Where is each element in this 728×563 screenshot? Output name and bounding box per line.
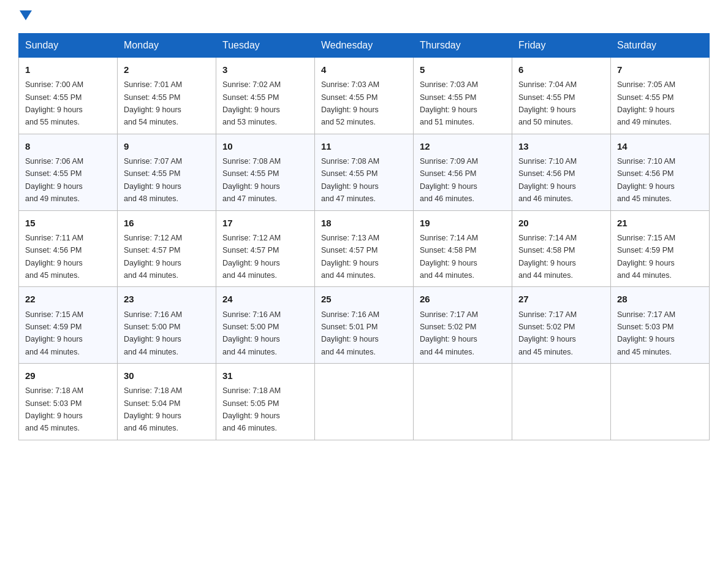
- day-info: Sunrise: 7:01 AMSunset: 4:55 PMDaylight:…: [124, 80, 182, 126]
- day-number: 23: [124, 292, 210, 306]
- day-info: Sunrise: 7:10 AMSunset: 4:56 PMDaylight:…: [617, 157, 675, 203]
- calendar-cell: 14 Sunrise: 7:10 AMSunset: 4:56 PMDaylig…: [611, 134, 710, 210]
- header-tuesday: Tuesday: [216, 34, 315, 58]
- day-number: 31: [222, 369, 308, 383]
- calendar-cell: 5 Sunrise: 7:03 AMSunset: 4:55 PMDayligh…: [414, 58, 512, 134]
- day-info: Sunrise: 7:09 AMSunset: 4:56 PMDaylight:…: [420, 157, 478, 203]
- day-info: Sunrise: 7:04 AMSunset: 4:55 PMDaylight:…: [518, 80, 577, 126]
- day-number: 4: [321, 63, 407, 77]
- day-number: 7: [617, 63, 703, 77]
- calendar-cell: 19 Sunrise: 7:14 AMSunset: 4:58 PMDaylig…: [414, 210, 512, 287]
- day-number: 21: [617, 216, 703, 230]
- page-header: [18, 12, 710, 22]
- calendar-cell: 27 Sunrise: 7:17 AMSunset: 5:02 PMDaylig…: [512, 287, 611, 364]
- calendar-cell: 17 Sunrise: 7:12 AMSunset: 4:57 PMDaylig…: [216, 210, 315, 287]
- day-number: 30: [124, 369, 210, 383]
- day-info: Sunrise: 7:00 AMSunset: 4:55 PMDaylight:…: [25, 80, 83, 126]
- day-info: Sunrise: 7:14 AMSunset: 4:58 PMDaylight:…: [518, 234, 577, 280]
- day-info: Sunrise: 7:13 AMSunset: 4:57 PMDaylight:…: [321, 234, 379, 280]
- day-number: 5: [420, 63, 506, 77]
- day-number: 11: [321, 139, 407, 153]
- day-info: Sunrise: 7:18 AMSunset: 5:04 PMDaylight:…: [124, 386, 182, 432]
- day-info: Sunrise: 7:16 AMSunset: 5:00 PMDaylight:…: [124, 310, 182, 356]
- calendar-week-row: 22 Sunrise: 7:15 AMSunset: 4:59 PMDaylig…: [19, 287, 710, 364]
- logo-triangle-icon: [20, 10, 32, 20]
- day-info: Sunrise: 7:16 AMSunset: 5:00 PMDaylight:…: [222, 310, 281, 356]
- calendar-cell: 3 Sunrise: 7:02 AMSunset: 4:55 PMDayligh…: [216, 58, 315, 134]
- header-friday: Friday: [512, 34, 611, 58]
- header-sunday: Sunday: [19, 34, 118, 58]
- day-number: 27: [518, 292, 604, 306]
- header-saturday: Saturday: [611, 34, 710, 58]
- calendar-cell: [315, 364, 414, 440]
- day-number: 17: [222, 216, 308, 230]
- day-number: 12: [420, 139, 506, 153]
- calendar-cell: 7 Sunrise: 7:05 AMSunset: 4:55 PMDayligh…: [611, 58, 710, 134]
- day-info: Sunrise: 7:02 AMSunset: 4:55 PMDaylight:…: [222, 80, 281, 126]
- calendar-cell: 4 Sunrise: 7:03 AMSunset: 4:55 PMDayligh…: [315, 58, 414, 134]
- day-info: Sunrise: 7:17 AMSunset: 5:02 PMDaylight:…: [518, 310, 577, 356]
- calendar-cell: [611, 364, 710, 440]
- day-number: 18: [321, 216, 407, 230]
- day-info: Sunrise: 7:12 AMSunset: 4:57 PMDaylight:…: [222, 234, 281, 280]
- calendar-cell: 25 Sunrise: 7:16 AMSunset: 5:01 PMDaylig…: [315, 287, 414, 364]
- day-number: 6: [518, 63, 604, 77]
- calendar-cell: 31 Sunrise: 7:18 AMSunset: 5:05 PMDaylig…: [216, 364, 315, 440]
- day-number: 2: [124, 63, 210, 77]
- calendar-cell: 10 Sunrise: 7:08 AMSunset: 4:55 PMDaylig…: [216, 134, 315, 210]
- day-info: Sunrise: 7:18 AMSunset: 5:03 PMDaylight:…: [25, 386, 83, 432]
- day-info: Sunrise: 7:03 AMSunset: 4:55 PMDaylight:…: [321, 80, 379, 126]
- day-number: 20: [518, 216, 604, 230]
- calendar-cell: [414, 364, 512, 440]
- day-number: 26: [420, 292, 506, 306]
- day-number: 15: [25, 216, 111, 230]
- day-number: 13: [518, 139, 604, 153]
- day-number: 3: [222, 63, 308, 77]
- day-number: 1: [25, 63, 111, 77]
- day-number: 24: [222, 292, 308, 306]
- calendar-table: SundayMondayTuesdayWednesdayThursdayFrid…: [18, 33, 710, 440]
- day-info: Sunrise: 7:15 AMSunset: 4:59 PMDaylight:…: [25, 310, 83, 356]
- calendar-cell: 21 Sunrise: 7:15 AMSunset: 4:59 PMDaylig…: [611, 210, 710, 287]
- header-thursday: Thursday: [414, 34, 512, 58]
- day-info: Sunrise: 7:16 AMSunset: 5:01 PMDaylight:…: [321, 310, 379, 356]
- header-wednesday: Wednesday: [315, 34, 414, 58]
- day-number: 9: [124, 139, 210, 153]
- calendar-cell: 1 Sunrise: 7:00 AMSunset: 4:55 PMDayligh…: [19, 58, 118, 134]
- day-number: 14: [617, 139, 703, 153]
- calendar-cell: 11 Sunrise: 7:08 AMSunset: 4:55 PMDaylig…: [315, 134, 414, 210]
- calendar-cell: 29 Sunrise: 7:18 AMSunset: 5:03 PMDaylig…: [19, 364, 118, 440]
- day-info: Sunrise: 7:03 AMSunset: 4:55 PMDaylight:…: [420, 80, 478, 126]
- day-number: 16: [124, 216, 210, 230]
- day-number: 29: [25, 369, 111, 383]
- day-info: Sunrise: 7:15 AMSunset: 4:59 PMDaylight:…: [617, 234, 675, 280]
- calendar-cell: 20 Sunrise: 7:14 AMSunset: 4:58 PMDaylig…: [512, 210, 611, 287]
- calendar-cell: [512, 364, 611, 440]
- day-info: Sunrise: 7:14 AMSunset: 4:58 PMDaylight:…: [420, 234, 478, 280]
- day-info: Sunrise: 7:08 AMSunset: 4:55 PMDaylight:…: [321, 157, 379, 203]
- calendar-cell: 18 Sunrise: 7:13 AMSunset: 4:57 PMDaylig…: [315, 210, 414, 287]
- calendar-week-row: 15 Sunrise: 7:11 AMSunset: 4:56 PMDaylig…: [19, 210, 710, 287]
- calendar-cell: 9 Sunrise: 7:07 AMSunset: 4:55 PMDayligh…: [118, 134, 216, 210]
- day-info: Sunrise: 7:06 AMSunset: 4:55 PMDaylight:…: [25, 157, 83, 203]
- calendar-cell: 23 Sunrise: 7:16 AMSunset: 5:00 PMDaylig…: [118, 287, 216, 364]
- header-monday: Monday: [118, 34, 216, 58]
- day-info: Sunrise: 7:10 AMSunset: 4:56 PMDaylight:…: [518, 157, 577, 203]
- day-number: 25: [321, 292, 407, 306]
- day-number: 22: [25, 292, 111, 306]
- day-info: Sunrise: 7:17 AMSunset: 5:03 PMDaylight:…: [617, 310, 675, 356]
- calendar-cell: 26 Sunrise: 7:17 AMSunset: 5:02 PMDaylig…: [414, 287, 512, 364]
- calendar-week-row: 29 Sunrise: 7:18 AMSunset: 5:03 PMDaylig…: [19, 364, 710, 440]
- day-number: 8: [25, 139, 111, 153]
- calendar-cell: 8 Sunrise: 7:06 AMSunset: 4:55 PMDayligh…: [19, 134, 118, 210]
- day-number: 10: [222, 139, 308, 153]
- day-info: Sunrise: 7:11 AMSunset: 4:56 PMDaylight:…: [25, 234, 83, 280]
- day-info: Sunrise: 7:18 AMSunset: 5:05 PMDaylight:…: [222, 386, 281, 432]
- day-info: Sunrise: 7:12 AMSunset: 4:57 PMDaylight:…: [124, 234, 182, 280]
- calendar-cell: 22 Sunrise: 7:15 AMSunset: 4:59 PMDaylig…: [19, 287, 118, 364]
- day-info: Sunrise: 7:17 AMSunset: 5:02 PMDaylight:…: [420, 310, 478, 356]
- calendar-cell: 2 Sunrise: 7:01 AMSunset: 4:55 PMDayligh…: [118, 58, 216, 134]
- calendar-cell: 30 Sunrise: 7:18 AMSunset: 5:04 PMDaylig…: [118, 364, 216, 440]
- calendar-cell: 12 Sunrise: 7:09 AMSunset: 4:56 PMDaylig…: [414, 134, 512, 210]
- day-info: Sunrise: 7:08 AMSunset: 4:55 PMDaylight:…: [222, 157, 281, 203]
